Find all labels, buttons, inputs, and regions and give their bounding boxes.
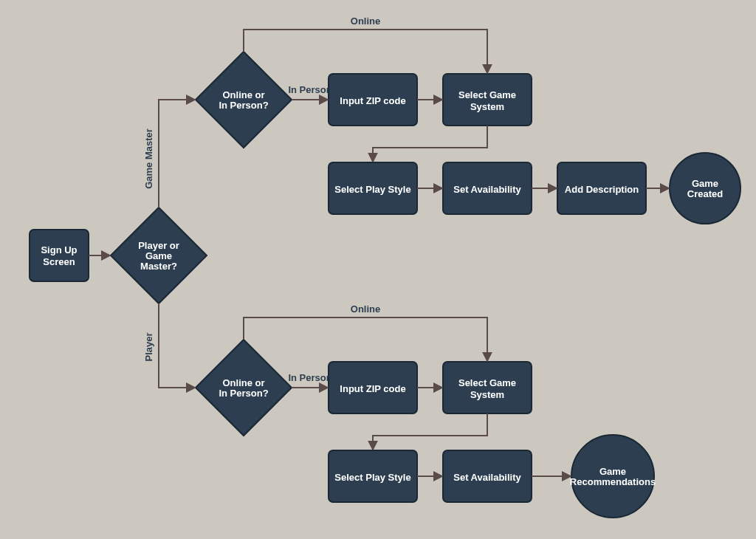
- label-gr-1: Game: [599, 466, 626, 477]
- edge-system-to-playstyle-player: [373, 413, 487, 449]
- node-system-player: Select Game System: [443, 362, 532, 413]
- label-oip-p-1: Online or: [222, 377, 264, 388]
- edge-label-online-gm: Online: [351, 16, 380, 27]
- edge-label-online-player: Online: [351, 303, 380, 315]
- node-player-or-gm: Player or Game Master?: [111, 207, 207, 303]
- label-gc-2: Created: [687, 188, 723, 199]
- label-gr-2: Recommendations: [570, 476, 656, 487]
- label-pgm-3: Master?: [140, 261, 177, 272]
- label-system-p-2: System: [470, 389, 504, 400]
- label-gc-1: Game: [692, 178, 718, 189]
- node-game-recommendations: Game Recommendations: [570, 435, 656, 518]
- label-availability-gm: Set Availability: [453, 184, 521, 195]
- label-signup-2: Screen: [43, 256, 75, 267]
- edge-pgm-to-player: [159, 303, 194, 388]
- label-oip-gm-2: In Person?: [219, 100, 268, 111]
- label-pgm-1: Player or: [138, 240, 179, 251]
- edge-label-inperson-player: In Person: [288, 372, 331, 383]
- edge-label-player: Player: [143, 332, 154, 361]
- node-game-created: Game Created: [670, 153, 740, 224]
- edge-label-inperson-gm: In Person: [288, 84, 331, 95]
- node-online-or-person-player: Online or In Person?: [196, 340, 292, 436]
- label-playstyle-gm: Select Play Style: [334, 184, 410, 195]
- label-availability-player: Set Availability: [453, 472, 521, 483]
- node-playstyle-player: Select Play Style: [329, 450, 417, 502]
- node-zip-gm: Input ZIP code: [329, 74, 417, 126]
- node-availability-gm: Set Availability: [443, 162, 532, 214]
- edge-pgm-to-gm: [159, 100, 194, 207]
- node-zip-player: Input ZIP code: [329, 362, 417, 413]
- node-description: Add Description: [557, 162, 646, 214]
- edge-system-to-playstyle-gm: [373, 126, 487, 161]
- label-oip-p-2: In Person?: [219, 388, 268, 399]
- node-availability-player: Set Availability: [443, 450, 532, 502]
- label-system-gm-1: Select Game: [458, 89, 516, 100]
- node-playstyle-gm: Select Play Style: [329, 162, 417, 214]
- node-system-gm: Select Game System: [443, 74, 532, 126]
- node-online-or-person-gm: Online or In Person?: [196, 52, 292, 148]
- label-zip-gm: Input ZIP code: [340, 95, 405, 106]
- label-description: Add Description: [565, 184, 639, 195]
- label-system-p-1: Select Game: [458, 377, 516, 388]
- label-oip-gm-1: Online or: [222, 89, 264, 100]
- edge-gm-online: [244, 30, 487, 72]
- label-zip-player: Input ZIP code: [340, 383, 405, 394]
- label-playstyle-player: Select Play Style: [334, 472, 410, 483]
- label-signup-1: Sign Up: [41, 244, 77, 255]
- edge-player-online: [244, 317, 487, 360]
- node-signup: Sign Up Screen: [30, 230, 89, 281]
- label-pgm-2: Game: [145, 250, 172, 261]
- edge-label-gm: Game Master: [143, 128, 154, 189]
- label-system-gm-2: System: [470, 101, 504, 112]
